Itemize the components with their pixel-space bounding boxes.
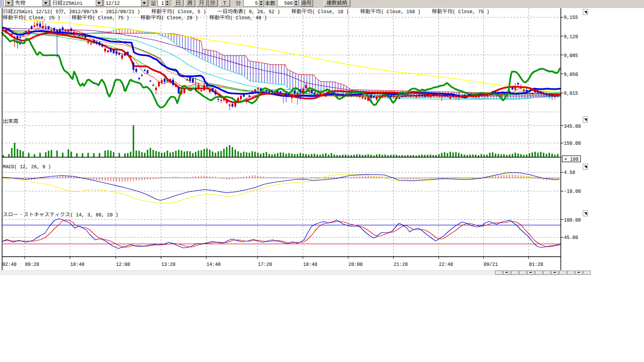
svg-text:09:20: 09:20 <box>25 262 39 268</box>
svg-text:9,015: 9,015 <box>564 91 578 97</box>
svg-text:150.00: 150.00 <box>564 141 581 147</box>
svg-text:45.00: 45.00 <box>564 235 578 241</box>
svg-text:( Close, 75 ): ( Close, 75 ) <box>92 16 140 21</box>
svg-text:9,085: 9,085 <box>564 53 578 59</box>
svg-text:1: 1 <box>161 1 164 7</box>
svg-text:12/12: 12/12 <box>106 1 120 7</box>
svg-text:345.00: 345.00 <box>564 124 581 130</box>
svg-text:9,155: 9,155 <box>564 15 578 21</box>
svg-text:500: 500 <box>284 1 293 7</box>
svg-text:9,050: 9,050 <box>564 72 578 78</box>
svg-text:MACD( 12, 26, 9 ): MACD( 12, 26, 9 ) <box>3 165 51 170</box>
svg-text:13:20: 13:20 <box>161 262 175 268</box>
svg-text:02:40: 02:40 <box>2 262 17 268</box>
svg-text:12:00: 12:00 <box>116 262 130 268</box>
svg-text:01:20: 01:20 <box>529 262 543 268</box>
svg-text:( Close, 20 ): ( Close, 20 ) <box>161 16 209 21</box>
svg-text:( Close, 75 ): ( Close, 75 ) <box>453 9 489 15</box>
svg-text:17:20: 17:20 <box>258 262 272 268</box>
svg-text:18:40: 18:40 <box>303 262 317 268</box>
svg-text:( Close, 10 ): ( Close, 10 ) <box>312 9 360 15</box>
svg-text:( Close, 150 ): ( Close, 150 ) <box>381 9 432 15</box>
svg-text:100.00: 100.00 <box>564 218 581 223</box>
svg-text:4.50: 4.50 <box>564 170 575 176</box>
svg-text:-10.00: -10.00 <box>564 189 581 195</box>
svg-text:5: 5 <box>255 1 258 7</box>
svg-text:225mini 12/12( 5: 225mini 12/12( 5 <box>13 9 58 15</box>
svg-text:× 100: × 100 <box>564 157 578 163</box>
svg-text:09/21: 09/21 <box>484 262 498 268</box>
svg-text:225mini: 225mini <box>63 1 83 7</box>
svg-text:( Close, 5 ): ( Close, 5 ) <box>172 9 217 15</box>
svg-text:, 2012/09/19 - 2012/09/21 ): , 2012/09/19 - 2012/09/21 ) <box>64 9 151 15</box>
svg-text:14:40: 14:40 <box>206 262 221 268</box>
svg-text:( Close, 25 ): ( Close, 25 ) <box>24 16 72 21</box>
svg-text:T: T <box>223 1 226 7</box>
svg-text:( 9, 26, 52 ): ( 9, 26, 52 ) <box>243 9 291 15</box>
svg-text:20:00: 20:00 <box>348 262 363 268</box>
svg-text:21:20: 21:20 <box>394 262 408 268</box>
svg-text:9,120: 9,120 <box>564 34 578 40</box>
svg-text:10:40: 10:40 <box>70 262 84 268</box>
svg-text:22:40: 22:40 <box>439 262 453 268</box>
svg-text:( Close, 40 ): ( Close, 40 ) <box>230 16 267 21</box>
svg-text:( 14, 3, 80, 20 ): ( 14, 3, 80, 20 ) <box>70 213 118 218</box>
